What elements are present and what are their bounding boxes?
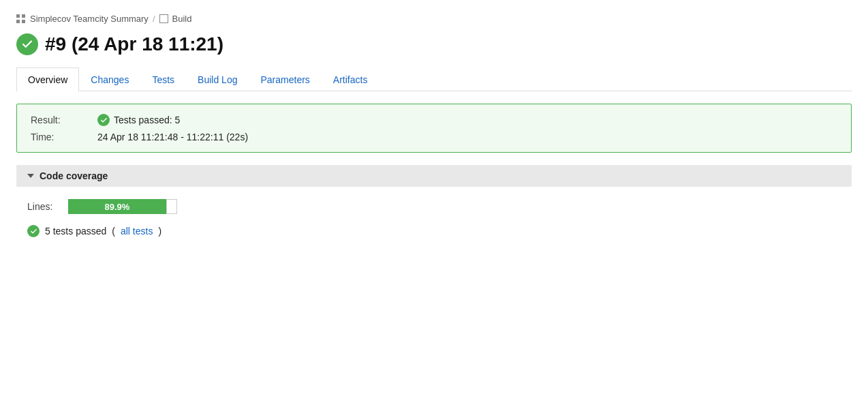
coverage-percent-label: 89.9% — [104, 202, 129, 212]
tab-tests[interactable]: Tests — [140, 67, 186, 91]
all-tests-link[interactable]: all tests — [121, 226, 153, 237]
tests-paren-close: ) — [158, 226, 161, 237]
project-grid-icon — [16, 14, 26, 24]
tab-parameters[interactable]: Parameters — [249, 67, 321, 91]
tests-passed-row: 5 tests passed (all tests) — [27, 225, 841, 237]
result-box: Result: Tests passed: 5 Time: 24 Apr 18 … — [16, 104, 852, 153]
result-label: Result: — [31, 115, 92, 125]
progress-remainder — [166, 199, 177, 214]
breadcrumb-project-link[interactable]: Simplecov Teamcity Summary — [30, 14, 149, 24]
progress-bar-container: 89.9% — [68, 199, 177, 214]
breadcrumb: Simplecov Teamcity Summary / Build — [16, 14, 852, 24]
breadcrumb-build-link[interactable]: Build — [172, 14, 192, 24]
coverage-section-body: Lines: 89.9% 5 tests passed (all tests) — [16, 196, 852, 248]
time-text: 24 Apr 18 11:21:48 - 11:22:11 (22s) — [97, 132, 248, 142]
coverage-section-title: Code coverage — [40, 170, 108, 181]
chevron-down-icon — [27, 174, 34, 178]
tab-overview[interactable]: Overview — [16, 67, 79, 91]
result-row: Result: Tests passed: 5 — [31, 114, 837, 126]
result-text: Tests passed: 5 — [114, 115, 180, 125]
tab-changes[interactable]: Changes — [79, 67, 140, 91]
tests-passed-text: 5 tests passed — [45, 226, 106, 237]
lines-label: Lines: — [27, 201, 61, 212]
coverage-section-header: Code coverage — [16, 165, 852, 187]
breadcrumb-separator: / — [153, 14, 155, 24]
tests-paren-open: ( — [112, 226, 115, 237]
lines-row: Lines: 89.9% — [27, 199, 841, 214]
progress-fill: 89.9% — [68, 199, 166, 214]
tabs-bar: Overview Changes Tests Build Log Paramet… — [16, 67, 852, 91]
result-check-icon — [97, 114, 110, 126]
tests-check-icon — [27, 225, 40, 237]
progress-bar: 89.9% — [68, 199, 177, 214]
build-number-title: #9 (24 Apr 18 11:21) — [45, 33, 223, 55]
result-value: Tests passed: 5 — [97, 114, 180, 126]
build-title-row: #9 (24 Apr 18 11:21) — [16, 33, 852, 55]
time-label: Time: — [31, 132, 92, 142]
tab-artifacts[interactable]: Artifacts — [322, 67, 379, 91]
build-success-icon — [16, 33, 38, 55]
build-icon — [159, 14, 168, 23]
tab-build-log[interactable]: Build Log — [186, 67, 249, 91]
time-row: Time: 24 Apr 18 11:21:48 - 11:22:11 (22s… — [31, 132, 837, 142]
time-value: 24 Apr 18 11:21:48 - 11:22:11 (22s) — [97, 132, 248, 142]
